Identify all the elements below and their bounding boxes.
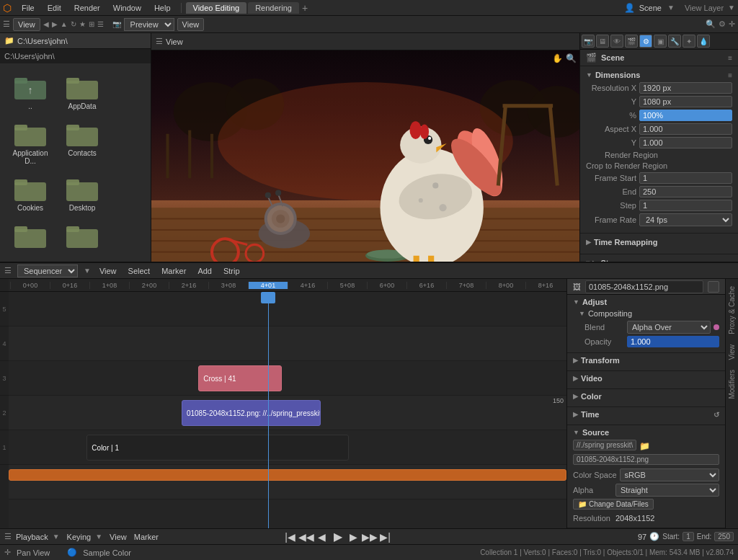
seq-menu-select[interactable]: Select [125, 267, 154, 275]
source-path1[interactable]: //./spring presskit\ [573, 440, 636, 450]
scene-dropdown-icon[interactable]: ▼ [667, 4, 675, 12]
hand-icon[interactable]: ✋ [552, 53, 563, 63]
seq-type-select[interactable]: Sequencer [17, 265, 78, 277]
menu-file[interactable]: File [16, 2, 40, 14]
color-space-dropdown[interactable]: sRGB [620, 468, 719, 481]
resolution-x-value[interactable]: 1920 px [639, 82, 732, 94]
file-item-cookies[interactable]: Cookies [6, 171, 55, 215]
zoom-preview-icon[interactable]: 🔍 [566, 53, 577, 63]
file-item-contacts[interactable]: Contacts [58, 116, 107, 168]
file-item-extra1[interactable] [6, 218, 55, 254]
tab-video-editing[interactable]: Video Editing [186, 2, 247, 14]
add-workspace-btn[interactable]: + [302, 2, 308, 14]
seq-menu-strip[interactable]: Strip [221, 267, 243, 275]
view-label[interactable]: View [110, 533, 127, 541]
props-tab-modifier[interactable]: 🔧 [668, 35, 681, 48]
strip-name-input[interactable] [585, 280, 703, 293]
aspect-x-value[interactable]: 1.000 [639, 123, 732, 135]
video-title[interactable]: ▶ Video [573, 374, 719, 383]
prev-frame-btn[interactable]: ◀◀ [300, 530, 313, 543]
keying-label[interactable]: Keying [67, 533, 92, 541]
preview-select[interactable]: Preview [124, 18, 174, 31]
end-value[interactable]: 250 [714, 532, 734, 541]
props-tab-object[interactable]: ▣ [654, 35, 667, 48]
next-keyframe-btn[interactable]: ▶ [347, 530, 360, 543]
source-path2[interactable]: 01085-2048x1152.png [573, 454, 719, 465]
nav-back-icon[interactable]: ◀ [43, 20, 49, 28]
start-value[interactable]: 1 [683, 532, 694, 541]
file-item-appdata[interactable]: AppData [58, 69, 107, 113]
resolution-y-value[interactable]: 1080 px [639, 96, 732, 107]
compositing-title[interactable]: ▼ Compositing [579, 309, 719, 318]
menu-render[interactable]: Render [68, 2, 106, 14]
keying-dropdown-icon[interactable]: ▼ [95, 533, 102, 541]
playback-label[interactable]: Playback [16, 533, 48, 541]
seq-menu-marker[interactable]: Marker [159, 267, 189, 275]
opacity-value[interactable]: 1.000 [627, 336, 719, 347]
frame-start-value[interactable]: 1 [639, 172, 732, 184]
nav-grid-icon[interactable]: ⊞ [89, 20, 94, 28]
view-layer-dropdown-icon[interactable]: ▼ [728, 4, 735, 12]
timeline-tracks[interactable]: 0+00 0+16 1+08 2+00 2+16 3+08 4+01 4+16 … [9, 279, 566, 528]
strip-orange[interactable] [9, 469, 566, 481]
file-item-appdata2[interactable]: Application D... [6, 116, 55, 168]
menu-edit[interactable]: Edit [42, 2, 67, 14]
settings-icon[interactable]: ⚙ [719, 19, 726, 29]
seq-menu-view[interactable]: View [97, 267, 120, 275]
prev-keyframe-btn[interactable]: ◀ [316, 530, 329, 543]
seq-menu-add[interactable]: Add [195, 267, 215, 275]
frame-step-value[interactable]: 1 [639, 200, 732, 211]
source-folder-icon[interactable]: 📁 [639, 441, 650, 451]
file-item-up[interactable]: ↑ .. [6, 69, 55, 113]
nav-up-icon[interactable]: ▲ [61, 20, 68, 28]
playback-dropdown-icon[interactable]: ▼ [53, 533, 60, 541]
nav-bookmark-icon[interactable]: ★ [79, 20, 86, 28]
percent-value[interactable]: 100% [639, 110, 732, 121]
scene-options-icon[interactable]: ≡ [728, 54, 732, 62]
adjust-title[interactable]: ▼ Adjust [573, 298, 719, 306]
color-title[interactable]: ▶ Color [573, 392, 719, 401]
strip-visibility-check[interactable] [708, 281, 719, 293]
props-tab-view[interactable]: 👁 [610, 35, 623, 48]
tab-rendering[interactable]: Rendering [248, 2, 299, 14]
time-remapping-title[interactable]: ▶ Time Remapping [586, 238, 732, 246]
side-tab-proxy[interactable]: Proxy & Cache [726, 282, 737, 339]
menu-help[interactable]: Help [148, 2, 177, 14]
strip-image[interactable]: 01085-2048x1152.png: //../spring_presski… [182, 400, 321, 426]
change-data-btn[interactable]: 📁 Change Data/Files [573, 499, 654, 510]
nav-list-icon[interactable]: ☰ [97, 20, 104, 28]
nav-reload-icon[interactable]: ↻ [71, 20, 76, 28]
marker-label[interactable]: Marker [134, 533, 159, 541]
jump-start-btn[interactable]: |◀ [284, 530, 297, 543]
strip-color[interactable]: Color | 1 [86, 435, 349, 461]
props-tab-output[interactable]: 🖥 [596, 35, 609, 48]
side-tab-view[interactable]: View [726, 340, 737, 365]
transform-title[interactable]: ▶ Transform [573, 356, 719, 365]
seq-dropdown-icon[interactable]: ▼ [84, 267, 91, 275]
file-item-extra2[interactable] [58, 218, 107, 254]
file-item-desktop[interactable]: Desktop [58, 171, 107, 215]
props-tab-render[interactable]: 📷 [582, 35, 595, 48]
props-tab-particles[interactable]: ✦ [683, 35, 695, 48]
frame-end-value[interactable]: 250 [639, 186, 732, 197]
props-tab-world[interactable]: ⚙ [639, 35, 652, 48]
playhead[interactable] [268, 292, 269, 528]
view-btn2[interactable]: View [177, 18, 205, 31]
jump-end-btn[interactable]: ▶| [379, 530, 392, 543]
source-title[interactable]: ▼ Source [573, 428, 719, 437]
strip-cross[interactable]: Cross | 41 [198, 365, 282, 391]
props-tab-physics[interactable]: 💧 [697, 35, 710, 48]
next-frame-btn[interactable]: ▶▶ [363, 530, 376, 543]
tracks-container[interactable]: Cross | 41 150 01085-2048x1152.png: //..… [9, 292, 566, 528]
time-reset-icon[interactable]: ↺ [713, 411, 719, 419]
blend-dropdown[interactable]: Alpha Over [627, 321, 711, 334]
alpha-dropdown[interactable]: Straight [615, 484, 719, 497]
menu-window[interactable]: Window [107, 2, 147, 14]
side-tab-modifiers[interactable]: Modifiers [726, 365, 737, 404]
play-btn[interactable]: ▶ [332, 530, 344, 543]
frame-rate-dropdown[interactable]: 24 fps [639, 213, 732, 226]
view-btn[interactable]: View [13, 18, 40, 31]
preview-view-label[interactable]: View [166, 37, 183, 46]
dimensions-options[interactable]: ≡ [728, 71, 732, 79]
aspect-y-value[interactable]: 1.000 [639, 137, 732, 148]
